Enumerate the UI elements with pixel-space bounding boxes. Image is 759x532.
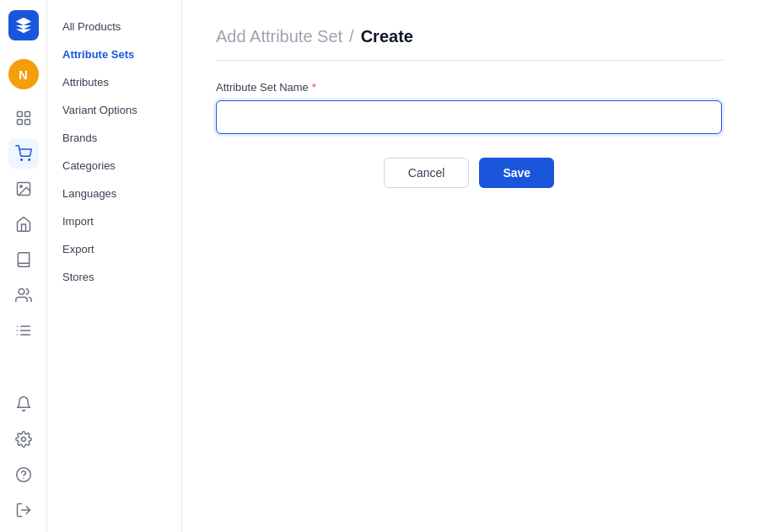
- sidebar-item-brands[interactable]: Brands: [47, 125, 181, 151]
- svg-rect-0: [17, 112, 22, 117]
- svg-rect-2: [17, 120, 22, 125]
- form-actions: Cancel Save: [216, 158, 722, 188]
- grid-icon[interactable]: [8, 103, 39, 133]
- settings-icon[interactable]: [8, 424, 39, 454]
- sidebar-item-languages[interactable]: Languages: [47, 180, 181, 207]
- create-form: Attribute Set Name * Cancel Save: [216, 81, 722, 188]
- sidebar-item-categories[interactable]: Categories: [47, 153, 181, 179]
- cancel-button[interactable]: Cancel: [384, 158, 470, 188]
- svg-point-5: [28, 159, 30, 161]
- sidebar-item-attribute-sets[interactable]: Attribute Sets: [47, 41, 181, 67]
- avatar[interactable]: N: [8, 59, 39, 89]
- sidebar: All Products Attribute Sets Attributes V…: [47, 0, 182, 532]
- logout-icon[interactable]: [8, 495, 39, 525]
- main-content: Add Attribute Set / Create Attribute Set…: [182, 0, 759, 532]
- svg-rect-1: [24, 112, 30, 117]
- image-icon[interactable]: [8, 174, 39, 204]
- book-icon[interactable]: [8, 245, 39, 275]
- svg-point-15: [21, 438, 25, 442]
- save-button[interactable]: Save: [479, 158, 554, 188]
- svg-point-4: [20, 159, 22, 161]
- field-label: Attribute Set Name *: [216, 81, 722, 94]
- help-icon[interactable]: [8, 459, 39, 490]
- svg-point-8: [19, 289, 24, 295]
- breadcrumb: Add Attribute Set: [216, 27, 342, 46]
- page-header: Add Attribute Set / Create: [216, 27, 725, 61]
- svg-point-16: [16, 468, 30, 482]
- icon-rail: N: [0, 0, 47, 532]
- page-title: Create: [361, 27, 413, 46]
- attribute-set-name-input[interactable]: [216, 100, 722, 134]
- bell-icon[interactable]: [8, 389, 39, 419]
- breadcrumb-separator: /: [349, 27, 354, 46]
- sidebar-item-export[interactable]: Export: [47, 236, 181, 262]
- app-logo: [8, 10, 39, 40]
- users-icon[interactable]: [8, 280, 39, 310]
- sidebar-item-all-products[interactable]: All Products: [47, 13, 181, 40]
- sidebar-item-stores[interactable]: Stores: [47, 264, 181, 290]
- svg-rect-3: [24, 120, 30, 125]
- required-marker: *: [312, 81, 316, 94]
- svg-point-7: [19, 185, 21, 188]
- sidebar-item-import[interactable]: Import: [47, 208, 181, 234]
- sidebar-item-attributes[interactable]: Attributes: [47, 69, 181, 95]
- sidebar-item-variant-options[interactable]: Variant Options: [47, 97, 181, 123]
- store-icon[interactable]: [8, 209, 39, 239]
- list-icon[interactable]: [8, 315, 39, 346]
- cart-icon[interactable]: [8, 138, 39, 169]
